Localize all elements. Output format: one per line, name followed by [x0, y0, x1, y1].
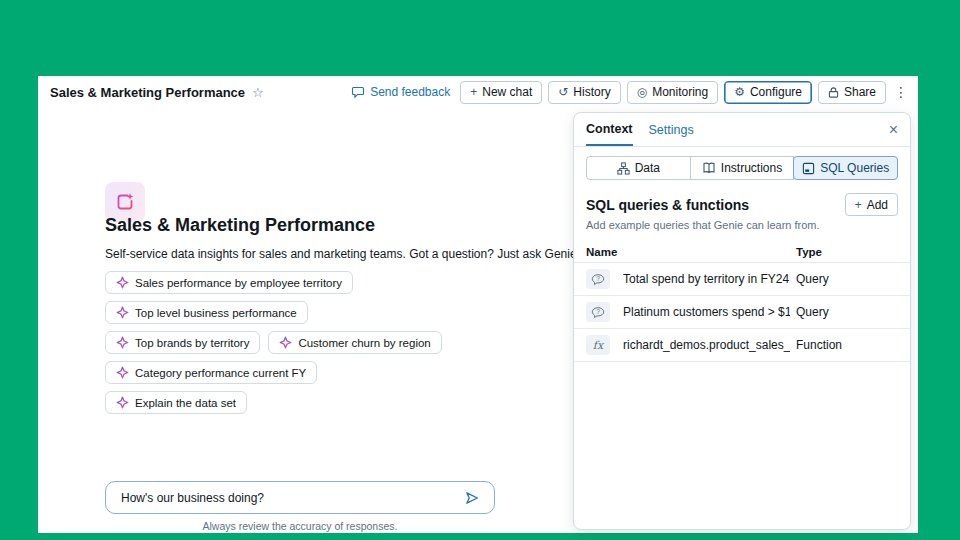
panel-tab-bar: Context Settings ×: [574, 113, 910, 147]
query-name: Total spend by territory in FY24: [623, 272, 790, 286]
sql-section-title: SQL queries & functions: [586, 197, 749, 213]
configure-panel: Context Settings × Data Instructions SQL…: [573, 112, 911, 530]
send-feedback-button[interactable]: Send feedback: [351, 85, 450, 99]
page-title: Sales & Marketing Performance: [50, 85, 245, 100]
lock-icon: [828, 86, 839, 99]
suggested-prompts: Sales performance by employee territory …: [105, 271, 442, 414]
kebab-menu-icon[interactable]: ⋮: [892, 84, 910, 100]
genie-space-window: Sales & Marketing Performance ☆ Send fee…: [38, 76, 918, 533]
suggestion-chip[interactable]: Top brands by territory: [105, 331, 260, 354]
accuracy-disclaimer: Always review the accuracy of responses.: [105, 520, 495, 532]
sparkle-icon: [116, 306, 129, 319]
sparkle-icon: [116, 276, 129, 289]
suggestion-chip[interactable]: Explain the data set: [105, 391, 247, 414]
monitoring-button[interactable]: ◎ Monitoring: [627, 81, 719, 104]
table-header: Name Type: [574, 242, 910, 262]
context-segmented-control: Data Instructions SQL Queries: [586, 156, 898, 180]
tab-context[interactable]: Context: [586, 113, 633, 146]
sql-section-caption: Add example queries that Genie can learn…: [586, 219, 898, 231]
table-row[interactable]: fx richardt_demos.product_sales_demo.g F…: [574, 328, 910, 362]
book-icon: [702, 162, 716, 174]
space-description: Self-service data insights for sales and…: [105, 247, 580, 261]
space-title: Sales & Marketing Performance: [105, 215, 375, 236]
chat-input-container: [105, 481, 495, 514]
send-button[interactable]: [460, 486, 484, 510]
column-header-type: Type: [796, 246, 898, 258]
query-bubble-icon: ?: [586, 302, 610, 322]
query-type: Query: [796, 305, 898, 319]
segment-sql-queries[interactable]: SQL Queries: [793, 156, 898, 180]
window-header: Sales & Marketing Performance ☆ Send fee…: [38, 76, 918, 108]
function-type: Function: [796, 338, 898, 352]
plus-icon: +: [855, 199, 862, 211]
sql-editor-icon: [802, 162, 815, 175]
query-bubble-icon: ?: [586, 269, 610, 289]
tab-settings[interactable]: Settings: [649, 113, 694, 146]
table-row[interactable]: ? Total spend by territory in FY24 Query: [574, 262, 910, 295]
sparkle-icon: [116, 336, 129, 349]
query-type: Query: [796, 272, 898, 286]
history-button[interactable]: ↺ History: [548, 81, 620, 104]
favorite-star-icon[interactable]: ☆: [252, 86, 264, 99]
configure-button[interactable]: ⚙ Configure: [724, 81, 812, 104]
suggestion-chip[interactable]: Customer churn by region: [268, 331, 441, 354]
sitemap-icon: [617, 162, 630, 175]
table-row[interactable]: ? Platinum customers spend > $100K in a …: [574, 295, 910, 328]
new-chat-button[interactable]: + New chat: [460, 81, 542, 104]
monitoring-eye-icon: ◎: [637, 86, 647, 98]
svg-text:?: ?: [596, 274, 600, 281]
chat-input[interactable]: [119, 490, 460, 506]
segment-data[interactable]: Data: [586, 156, 691, 180]
suggestion-chip[interactable]: Category performance current FY: [105, 361, 317, 384]
function-name: richardt_demos.product_sales_demo.g: [623, 338, 790, 352]
suggestion-chip[interactable]: Top level business performance: [105, 301, 308, 324]
segment-instructions[interactable]: Instructions: [690, 156, 795, 180]
send-arrow-icon: [464, 490, 480, 506]
sparkle-icon: [116, 366, 129, 379]
header-actions: Send feedback + New chat ↺ History ◎ Mon…: [351, 81, 910, 104]
history-clock-icon: ↺: [558, 86, 568, 98]
feedback-bubble-icon: [351, 86, 365, 99]
share-button[interactable]: Share: [818, 81, 886, 104]
plus-icon: +: [470, 86, 477, 98]
add-query-button[interactable]: + Add: [845, 193, 898, 216]
query-name: Platinum customers spend > $100K in a: [623, 305, 790, 319]
close-icon[interactable]: ×: [889, 122, 898, 138]
sparkle-icon: [279, 336, 292, 349]
gear-icon: ⚙: [734, 86, 745, 98]
suggestion-chip[interactable]: Sales performance by employee territory: [105, 271, 353, 294]
column-header-name: Name: [586, 246, 796, 258]
sparkle-icon: [116, 396, 129, 409]
svg-text:?: ?: [596, 307, 600, 314]
function-fx-icon: fx: [586, 335, 610, 355]
